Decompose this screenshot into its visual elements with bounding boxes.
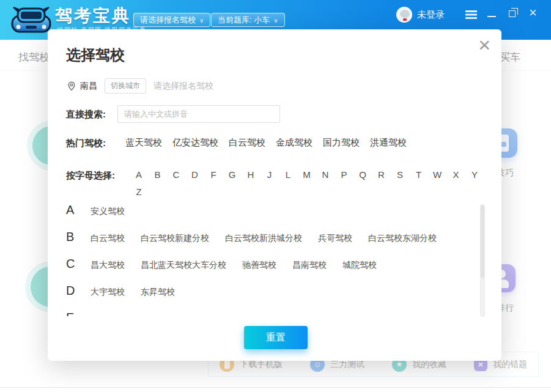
location-pin-icon	[67, 81, 76, 91]
school-link[interactable]: 驰善驾校	[242, 260, 276, 272]
school-link[interactable]: 城院驾校	[342, 260, 377, 272]
location-row: 南昌 切换城市 请选择报名驾校	[67, 78, 213, 94]
user-avatar[interactable]	[396, 7, 412, 23]
hot-school-link[interactable]: 白云驾校	[229, 137, 265, 149]
school-group-row: C昌大驾校昌北蓝天驾校大车分校驰善驾校昌南驾校城院驾校	[66, 257, 488, 272]
school-link[interactable]: 安义驾校	[91, 206, 125, 218]
school-link[interactable]: 大宇驾校	[91, 287, 125, 298]
reset-button[interactable]: 重置	[244, 326, 308, 349]
letter-item[interactable]: Y	[470, 169, 479, 180]
group-schools: 大宇驾校东昇驾校	[91, 284, 175, 298]
letter-item[interactable]: G	[228, 169, 237, 180]
letter-filter-list: ABCDFGHJLMNPQRSTWXYZ	[135, 169, 494, 197]
school-group-row: E	[66, 311, 488, 316]
window-close-icon[interactable]: ×	[529, 6, 537, 20]
school-link[interactable]: 兵哥驾校	[318, 233, 352, 245]
current-city: 南昌	[80, 81, 97, 92]
select-school-modal: × 选择驾校 南昌 切换城市 请选择报名驾校 直接搜索: 热门驾校: 蓝天驾校亿…	[48, 29, 501, 361]
hot-schools-label: 热门驾校:	[66, 138, 106, 149]
school-link[interactable]: 昌北蓝天驾校大车分校	[141, 260, 226, 272]
maximize-icon[interactable]	[509, 10, 516, 17]
hot-school-link[interactable]: 金成驾校	[276, 137, 312, 149]
school-link[interactable]: 白云驾校新洪城分校	[225, 233, 302, 245]
group-letter: E	[66, 311, 91, 316]
hot-school-link[interactable]: 亿安达驾校	[172, 137, 218, 149]
scrollbar-thumb[interactable]	[481, 205, 484, 278]
hot-school-link[interactable]: 国力驾校	[323, 137, 360, 149]
login-status[interactable]: 未登录	[417, 9, 445, 21]
group-schools	[91, 311, 442, 316]
letter-item[interactable]: P	[340, 169, 349, 180]
chevron-down-icon: ∨	[273, 17, 278, 24]
letter-item[interactable]: N	[321, 169, 330, 180]
school-link[interactable]: 东昇驾校	[141, 287, 175, 298]
school-search-input[interactable]	[117, 105, 280, 123]
hot-school-link[interactable]: 蓝天驾校	[125, 137, 162, 149]
enroll-school-dropdown[interactable]: 请选择报名驾校∨	[133, 13, 210, 27]
school-link[interactable]: 白云驾校东湖分校	[368, 233, 437, 245]
menu-icon[interactable]	[465, 10, 477, 12]
letter-item[interactable]: X	[452, 169, 460, 180]
hot-school-link[interactable]: 洪通驾校	[370, 137, 407, 149]
letter-item[interactable]: M	[303, 169, 311, 180]
chevron-down-icon: ∨	[199, 17, 204, 24]
letter-item[interactable]: F	[209, 169, 218, 180]
letter-item[interactable]: S	[396, 169, 404, 180]
school-group-row: D大宇驾校东昇驾校	[66, 284, 488, 298]
school-group-row: A安义驾校	[66, 203, 488, 218]
letter-item[interactable]: C	[172, 169, 180, 180]
avatar-face	[400, 10, 410, 18]
group-schools: 昌大驾校昌北蓝天驾校大车分校驰善驾校昌南驾校城院驾校	[91, 257, 377, 272]
letter-item[interactable]: Q	[358, 169, 367, 180]
group-schools: 安义驾校	[91, 203, 125, 218]
letter-item[interactable]: B	[153, 169, 162, 180]
letter-item[interactable]: H	[246, 169, 255, 180]
question-bank-dropdown[interactable]: 当前题库: 小车∨	[211, 13, 285, 27]
hot-schools-list: 蓝天驾校亿安达驾校白云驾校金成驾校国力驾校洪通驾校	[125, 137, 407, 149]
group-letter: B	[66, 230, 91, 245]
school-group-row: B白云驾校白云驾校新建分校白云驾校新洪城分校兵哥驾校白云驾校东湖分校	[66, 230, 488, 245]
app-logo-car-icon	[10, 2, 53, 37]
school-link[interactable]: 白云驾校	[91, 233, 125, 245]
letter-item[interactable]: L	[284, 169, 292, 180]
letter-item[interactable]: W	[433, 169, 442, 180]
letter-item[interactable]: A	[135, 169, 143, 180]
modal-title: 选择驾校	[66, 45, 125, 65]
letter-item[interactable]: T	[415, 169, 423, 180]
school-group-list: A安义驾校B白云驾校白云驾校新建分校白云驾校新洪城分校兵哥驾校白云驾校东湖分校C…	[66, 203, 488, 316]
minimize-icon[interactable]	[487, 16, 496, 17]
letter-item[interactable]: Z	[135, 187, 143, 197]
letter-filter-label: 按字母选择:	[66, 170, 115, 182]
modal-close-icon[interactable]: ×	[478, 34, 490, 55]
group-schools: 白云驾校白云驾校新建分校白云驾校新洪城分校兵哥驾校白云驾校东湖分校	[91, 230, 437, 245]
group-letter: C	[66, 257, 91, 272]
search-label: 直接搜索:	[66, 109, 106, 120]
list-scrollbar[interactable]	[480, 204, 485, 317]
selected-school-hint: 请选择报名驾校	[153, 81, 213, 92]
app-title: 驾考宝典	[55, 4, 131, 28]
school-link[interactable]: 白云驾校新建分校	[141, 233, 209, 245]
letter-item[interactable]: J	[265, 169, 274, 180]
avatar-tie	[403, 18, 407, 21]
letter-item[interactable]: R	[377, 169, 386, 180]
school-link[interactable]: 昌大驾校	[91, 260, 125, 272]
group-letter: D	[66, 284, 91, 298]
group-letter: A	[66, 203, 91, 218]
letter-item[interactable]: D	[191, 169, 199, 180]
school-link[interactable]: 昌南驾校	[292, 260, 327, 272]
switch-city-button[interactable]: 切换城市	[105, 78, 146, 94]
